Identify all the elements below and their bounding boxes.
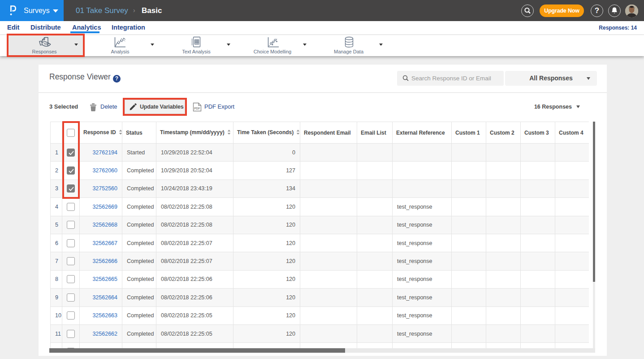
svg-text:PDF: PDF xyxy=(194,107,200,110)
